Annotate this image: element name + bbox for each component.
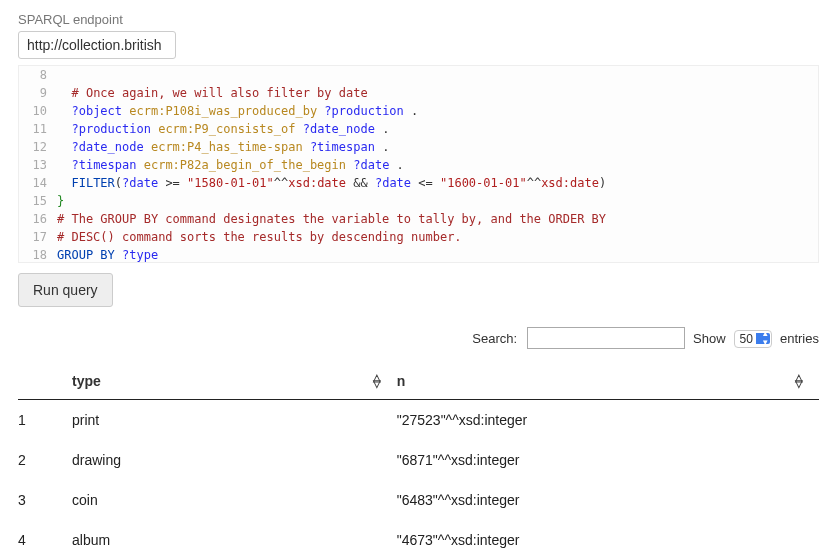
editor-line[interactable]: 8 — [19, 66, 818, 84]
line-number: 11 — [19, 120, 55, 138]
editor-line[interactable]: 17# DESC() command sorts the results by … — [19, 228, 818, 246]
editor-line[interactable]: 12 ?date_node ecrm:P4_has_time-span ?tim… — [19, 138, 818, 156]
code-content[interactable]: FILTER(?date >= "1580-01-01"^^xsd:date &… — [55, 174, 818, 192]
cell-type: drawing — [72, 440, 397, 480]
editor-line[interactable]: 11 ?production ecrm:P9_consists_of ?date… — [19, 120, 818, 138]
editor-line[interactable]: 13 ?timespan ecrm:P82a_begin_of_the_begi… — [19, 156, 818, 174]
search-label: Search: — [472, 331, 517, 346]
code-content[interactable]: ?object ecrm:P108i_was_produced_by ?prod… — [55, 102, 818, 120]
line-number: 18 — [19, 246, 55, 263]
cell-index: 1 — [18, 400, 72, 441]
editor-line[interactable]: 15} — [19, 192, 818, 210]
line-number: 16 — [19, 210, 55, 228]
editor-line[interactable]: 14 FILTER(?date >= "1580-01-01"^^xsd:dat… — [19, 174, 818, 192]
code-content[interactable]: # DESC() command sorts the results by de… — [55, 228, 818, 246]
col-n[interactable]: n △▽ — [397, 363, 819, 400]
search-input[interactable] — [527, 327, 685, 349]
cell-index: 2 — [18, 440, 72, 480]
results-table: type △▽ n △▽ 1print"27523"^^xsd:integer2… — [18, 363, 819, 549]
cell-n: "6483"^^xsd:integer — [397, 480, 819, 520]
cell-type: album — [72, 520, 397, 549]
table-controls: Search: Show 50 ▴▾ entries — [18, 327, 819, 349]
table-row: 3coin"6483"^^xsd:integer — [18, 480, 819, 520]
code-content[interactable] — [55, 66, 818, 84]
line-number: 8 — [19, 66, 55, 84]
cell-index: 4 — [18, 520, 72, 549]
cell-index: 3 — [18, 480, 72, 520]
col-n-label: n — [397, 373, 406, 389]
line-number: 15 — [19, 192, 55, 210]
cell-n: "4673"^^xsd:integer — [397, 520, 819, 549]
cell-n: "6871"^^xsd:integer — [397, 440, 819, 480]
run-query-button[interactable]: Run query — [18, 273, 113, 307]
editor-line[interactable]: 18GROUP BY ?type — [19, 246, 818, 263]
line-number: 17 — [19, 228, 55, 246]
line-number: 9 — [19, 84, 55, 102]
code-content[interactable]: } — [55, 192, 818, 210]
code-content[interactable]: # Once again, we will also filter by dat… — [55, 84, 818, 102]
col-type[interactable]: type △▽ — [72, 363, 397, 400]
sort-icon[interactable]: △▽ — [795, 375, 803, 387]
code-content[interactable]: # The GROUP BY command designates the va… — [55, 210, 818, 228]
code-content[interactable]: ?date_node ecrm:P4_has_time-span ?timesp… — [55, 138, 818, 156]
col-index — [18, 363, 72, 400]
entries-select-wrap[interactable]: 50 ▴▾ — [734, 331, 772, 346]
sparql-editor[interactable]: 89 # Once again, we will also filter by … — [18, 65, 819, 263]
cell-n: "27523"^^xsd:integer — [397, 400, 819, 441]
table-row: 4album"4673"^^xsd:integer — [18, 520, 819, 549]
editor-line[interactable]: 10 ?object ecrm:P108i_was_produced_by ?p… — [19, 102, 818, 120]
entries-label: entries — [780, 331, 819, 346]
editor-line[interactable]: 9 # Once again, we will also filter by d… — [19, 84, 818, 102]
cell-type: coin — [72, 480, 397, 520]
table-row: 2drawing"6871"^^xsd:integer — [18, 440, 819, 480]
code-content[interactable]: ?production ecrm:P9_consists_of ?date_no… — [55, 120, 818, 138]
cell-type: print — [72, 400, 397, 441]
table-row: 1print"27523"^^xsd:integer — [18, 400, 819, 441]
entries-select[interactable]: 50 — [734, 330, 772, 348]
show-label: Show — [693, 331, 726, 346]
line-number: 14 — [19, 174, 55, 192]
line-number: 10 — [19, 102, 55, 120]
code-content[interactable]: ?timespan ecrm:P82a_begin_of_the_begin ?… — [55, 156, 818, 174]
editor-line[interactable]: 16# The GROUP BY command designates the … — [19, 210, 818, 228]
line-number: 12 — [19, 138, 55, 156]
endpoint-label: SPARQL endpoint — [18, 12, 819, 27]
code-content[interactable]: GROUP BY ?type — [55, 246, 818, 263]
sort-icon[interactable]: △▽ — [373, 375, 381, 387]
col-type-label: type — [72, 373, 101, 389]
line-number: 13 — [19, 156, 55, 174]
endpoint-input[interactable] — [18, 31, 176, 59]
